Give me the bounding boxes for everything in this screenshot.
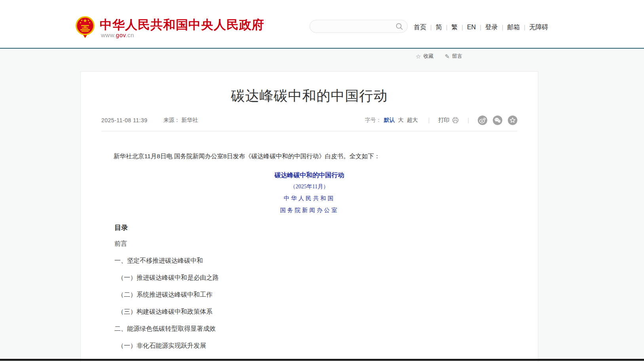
site-url: www.gov.cn bbox=[101, 32, 134, 38]
search-input[interactable] bbox=[316, 20, 393, 32]
nav-separator: | bbox=[462, 24, 463, 30]
toc-item: （一）推进碳达峰碳中和是必由之路 bbox=[118, 273, 517, 282]
print-label: 打印 bbox=[438, 117, 449, 124]
search-box[interactable] bbox=[310, 20, 408, 33]
toc-item: （二）系统推进碳达峰碳中和工作 bbox=[118, 290, 517, 299]
nav-separator: | bbox=[446, 24, 448, 30]
top-nav: 首页|简|繁|EN|登录|邮箱|无障碍 bbox=[414, 23, 548, 32]
page-actions: ☆ 收藏 ✎ 留言 bbox=[416, 52, 462, 60]
article-title: 碳达峰碳中和的中国行动 bbox=[101, 87, 517, 105]
site-url-cn: .cn bbox=[125, 32, 134, 38]
nav-separator: | bbox=[502, 24, 503, 30]
site-url-gov: gov bbox=[116, 32, 126, 38]
fontsize-label: 字号： bbox=[365, 117, 382, 124]
toc-item: 二、能源绿色低碳转型取得显著成效 bbox=[114, 324, 517, 333]
print-button[interactable]: 打印 bbox=[438, 117, 459, 124]
document-issuer-line2: 国务院新闻办公室 bbox=[101, 206, 517, 214]
nav-accessibility[interactable]: 无障碍 bbox=[529, 23, 548, 32]
toc-item: 一、坚定不移推进碳达峰碳中和 bbox=[114, 256, 517, 265]
nav-separator: | bbox=[480, 24, 481, 30]
meta-divider-line bbox=[101, 131, 517, 131]
toc-item: 前言 bbox=[114, 239, 517, 248]
nav-home[interactable]: 首页 bbox=[414, 23, 426, 32]
fontsize-default-button[interactable]: 默认 bbox=[384, 117, 395, 124]
toc-item: （一）非化石能源实现跃升发展 bbox=[118, 341, 517, 350]
site-title: 中华人民共和国中央人民政府 bbox=[100, 17, 264, 33]
wechat-share-icon[interactable] bbox=[493, 116, 502, 125]
source-label: 来源： bbox=[163, 117, 180, 123]
site-url-www: www. bbox=[101, 32, 116, 38]
favorite-share-icon[interactable] bbox=[508, 116, 517, 125]
article-meta-row: 2025-11-08 11:39 来源： 新华社 字号： 默认 大 超大 | 打… bbox=[101, 115, 517, 125]
share-icons bbox=[478, 116, 517, 125]
site-header: 中华人民共和国中央人民政府 www.gov.cn 首页|简|繁|EN|登录|邮箱… bbox=[0, 0, 644, 48]
article-date: 2025-11-08 11:39 bbox=[101, 117, 147, 123]
weibo-share-icon[interactable] bbox=[478, 116, 487, 125]
meta-separator: | bbox=[467, 117, 469, 123]
article-lead-paragraph: 新华社北京11月8日电 国务院新闻办公室8日发布《碳达峰碳中和的中国行动》白皮书… bbox=[101, 152, 517, 161]
comment-label: 留言 bbox=[452, 53, 462, 60]
meta-separator: | bbox=[428, 117, 430, 123]
document-title: 碳达峰碳中和的中国行动 bbox=[101, 171, 517, 180]
pencil-icon: ✎ bbox=[445, 53, 450, 59]
favorite-button[interactable]: ☆ 收藏 bbox=[416, 53, 433, 60]
toc-item: （三）构建碳达峰碳中和政策体系 bbox=[118, 307, 517, 316]
document-date: （2025年11月） bbox=[101, 183, 517, 191]
nav-separator: | bbox=[524, 24, 525, 30]
article-panel: 碳达峰碳中和的中国行动 2025-11-08 11:39 来源： 新华社 字号：… bbox=[80, 71, 538, 362]
article-source: 来源： 新华社 bbox=[163, 117, 198, 124]
comment-button[interactable]: ✎ 留言 bbox=[445, 53, 462, 60]
fontsize-large-button[interactable]: 大 bbox=[398, 117, 404, 124]
article-meta-right: 字号： 默认 大 超大 | 打印 | bbox=[365, 116, 517, 125]
article-meta-left: 2025-11-08 11:39 来源： 新华社 bbox=[101, 117, 198, 124]
document-issuer-line1: 中华人民共和国 bbox=[101, 194, 517, 202]
national-emblem-logo bbox=[75, 16, 95, 38]
fontsize-xlarge-button[interactable]: 超大 bbox=[407, 117, 418, 124]
nav-mail[interactable]: 邮箱 bbox=[507, 23, 520, 32]
nav-separator: | bbox=[430, 24, 432, 30]
nav-english[interactable]: EN bbox=[467, 24, 476, 31]
nav-traditional[interactable]: 繁 bbox=[451, 23, 458, 32]
source-value: 新华社 bbox=[181, 117, 198, 123]
bottom-edge-bar bbox=[0, 359, 644, 361]
table-of-contents: 前言 一、坚定不移推进碳达峰碳中和 （一）推进碳达峰碳中和是必由之路 （二）系统… bbox=[101, 239, 517, 350]
printer-icon bbox=[452, 117, 459, 123]
nav-simplified[interactable]: 简 bbox=[436, 23, 442, 32]
search-icon[interactable] bbox=[396, 23, 403, 30]
toc-heading: 目录 bbox=[114, 224, 517, 232]
favorite-label: 收藏 bbox=[423, 53, 433, 60]
gov-cn-page: 中华人民共和国中央人民政府 www.gov.cn 首页|简|繁|EN|登录|邮箱… bbox=[0, 0, 644, 362]
star-icon: ☆ bbox=[416, 53, 421, 59]
nav-login[interactable]: 登录 bbox=[485, 23, 498, 32]
